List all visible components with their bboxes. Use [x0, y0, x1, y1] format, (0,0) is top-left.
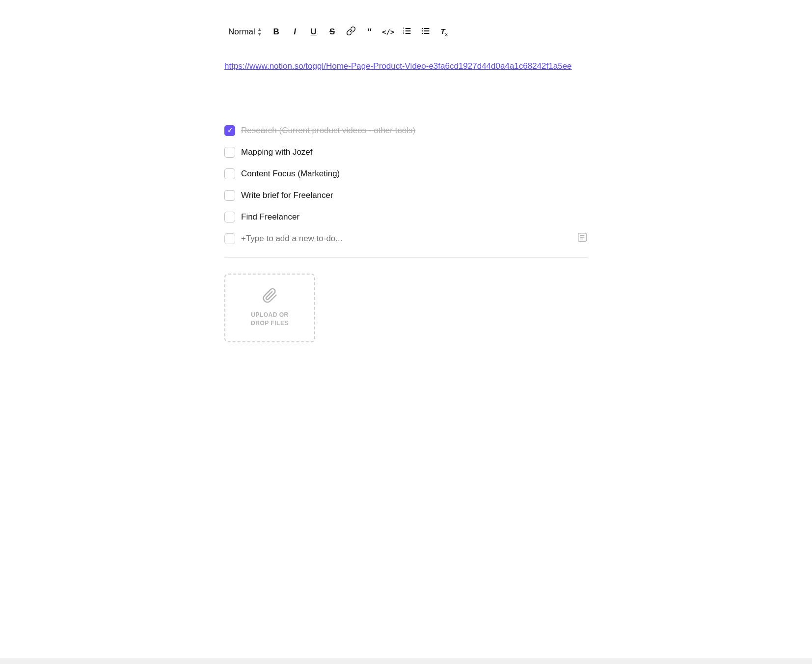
editor-toolbar: Normal ▲ ▼ B I U S [224, 20, 588, 44]
upload-area[interactable]: UPLOAD OR DROP FILES [224, 274, 315, 342]
code-button[interactable]: </> [380, 24, 397, 40]
svg-point-10 [422, 30, 423, 31]
todo-label-4: Write brief for Freelancer [241, 189, 333, 202]
content-link[interactable]: https://www.notion.so/toggl/Home-Page-Pr… [224, 60, 588, 73]
svg-point-9 [422, 28, 423, 29]
section-divider [224, 257, 588, 258]
todo-label-5: Find Freelancer [241, 211, 299, 223]
todo-checkbox-3[interactable] [224, 168, 235, 179]
style-selector[interactable]: Normal ▲ ▼ [224, 25, 266, 39]
italic-button[interactable]: I [287, 24, 303, 40]
todo-new-input[interactable] [241, 234, 588, 244]
style-arrows-icon: ▲ ▼ [257, 27, 262, 37]
upload-label: UPLOAD OR DROP FILES [251, 311, 289, 328]
todo-label-3: Content Focus (Marketing) [241, 167, 340, 180]
code-icon: </> [382, 28, 394, 36]
link-button[interactable] [343, 24, 359, 40]
upload-icon [262, 288, 278, 307]
quote-button[interactable]: " [361, 24, 378, 40]
underline-icon: U [311, 27, 317, 37]
todo-item: Write brief for Freelancer [224, 185, 588, 206]
quote-icon: " [367, 27, 372, 38]
unordered-list-button[interactable] [417, 24, 434, 40]
bold-icon: B [273, 27, 279, 37]
todo-label-2: Mapping with Jozef [241, 146, 313, 159]
todo-checkbox-2[interactable] [224, 147, 235, 158]
content-area: https://www.notion.so/toggl/Home-Page-Pr… [224, 56, 588, 346]
svg-text:3: 3 [403, 31, 404, 34]
strikethrough-icon: S [329, 27, 335, 37]
ordered-list-button[interactable]: 1 2 3 [399, 24, 415, 40]
todo-label-1: Research (Current product videos - other… [241, 124, 415, 137]
style-label: Normal [228, 27, 255, 37]
ordered-list-icon: 1 2 3 [402, 26, 412, 38]
link-icon [346, 26, 356, 38]
todo-item: Find Freelancer [224, 206, 588, 228]
scrollbar[interactable] [0, 658, 812, 664]
unordered-list-icon [421, 26, 431, 38]
strikethrough-button[interactable]: S [324, 24, 341, 40]
todo-checkbox-1[interactable] [224, 125, 235, 136]
clear-format-button[interactable]: Tx [436, 24, 453, 40]
clear-format-icon: Tx [441, 27, 448, 37]
bold-button[interactable]: B [268, 24, 285, 40]
todo-list: Research (Current product videos - other… [224, 120, 588, 249]
todo-item: Research (Current product videos - other… [224, 120, 588, 141]
todo-checkbox-5[interactable] [224, 212, 235, 222]
italic-icon: I [294, 27, 296, 37]
svg-point-11 [422, 32, 423, 34]
underline-button[interactable]: U [305, 24, 322, 40]
todo-item: Content Focus (Marketing) [224, 163, 588, 185]
todo-item: Mapping with Jozef [224, 141, 588, 163]
todo-template-icon[interactable] [577, 232, 588, 245]
todo-new-checkbox[interactable] [224, 233, 235, 244]
todo-new-row [224, 228, 588, 249]
todo-checkbox-4[interactable] [224, 190, 235, 201]
